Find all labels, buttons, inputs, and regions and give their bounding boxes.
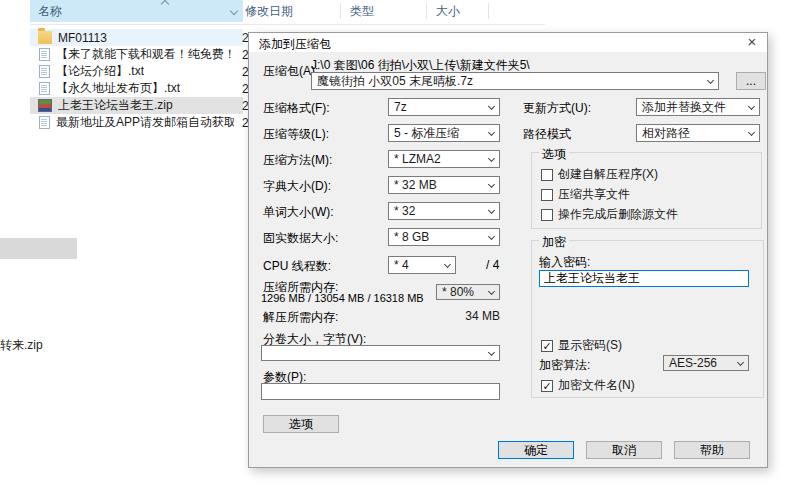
format-combo[interactable]: 7z bbox=[388, 98, 500, 116]
column-header-date-label: 修改日期 bbox=[245, 3, 293, 20]
file-name: 【来了就能下载和观看！纯免费！】.txt bbox=[56, 46, 234, 63]
checkbox-checked-icon[interactable]: ✓ bbox=[541, 340, 553, 352]
encryption-group-title: 加密 bbox=[539, 234, 569, 251]
solid-block-combo[interactable]: * 8 GB bbox=[388, 228, 500, 246]
checkbox-checked-icon[interactable]: ✓ bbox=[541, 380, 553, 392]
chevron-down-icon bbox=[488, 129, 495, 136]
archive-name-combo[interactable]: 魔镜街拍 小双05 末尾晴板.7z bbox=[311, 72, 719, 90]
shared-files-checkbox[interactable]: 压缩共享文件 bbox=[541, 186, 630, 203]
column-header-size[interactable]: 大小 bbox=[436, 0, 460, 22]
level-combo[interactable]: 5 - 标准压缩 bbox=[388, 124, 500, 142]
column-header-name[interactable]: 名称 bbox=[30, 0, 243, 22]
file-row-txt-3[interactable]: 【永久地址发布页】.txt 2 bbox=[30, 80, 243, 97]
options-button[interactable]: 选项 bbox=[263, 415, 339, 433]
word-size-label: 单词大小(W): bbox=[263, 204, 334, 221]
cpu-threads-combo[interactable]: * 4 bbox=[388, 256, 456, 274]
chevron-down-icon bbox=[488, 288, 495, 295]
method-value: * LZMA2 bbox=[394, 152, 441, 166]
file-name: 【永久地址发布页】.txt bbox=[56, 80, 180, 97]
chevron-down-icon bbox=[488, 103, 495, 110]
create-sfx-label: 创建自解压程序(X) bbox=[558, 166, 658, 183]
file-row-txt-2[interactable]: 【论坛介绍】.txt 2 bbox=[30, 63, 243, 80]
encryption-method-label: 加密算法: bbox=[539, 357, 590, 374]
header-divider bbox=[488, 3, 489, 19]
dictionary-value: * 32 MB bbox=[394, 178, 437, 192]
cancel-button[interactable]: 取消 bbox=[586, 441, 662, 459]
solid-block-label: 固实数据大小: bbox=[263, 230, 338, 247]
cpu-threads-value: * 4 bbox=[394, 258, 409, 272]
header-divider bbox=[340, 3, 341, 19]
clipped-filename-text: 转来.zip bbox=[0, 337, 43, 354]
file-row-txt-4[interactable]: 最新地址及APP请发邮箱自动获取！！！... 2 bbox=[30, 114, 243, 131]
text-file-icon bbox=[39, 116, 50, 129]
browse-button[interactable]: ... bbox=[736, 72, 766, 90]
update-mode-value: 添加并替换文件 bbox=[642, 99, 726, 116]
update-mode-combo[interactable]: 添加并替换文件 bbox=[636, 98, 760, 116]
chevron-down-icon bbox=[488, 155, 495, 162]
dialog-titlebar[interactable]: 添加到压缩包 × bbox=[249, 33, 767, 52]
level-label: 压缩等级(L): bbox=[263, 126, 329, 143]
header-underline bbox=[30, 24, 545, 25]
chevron-down-icon bbox=[488, 349, 495, 356]
chevron-down-icon bbox=[488, 207, 495, 214]
checkbox-icon[interactable] bbox=[541, 209, 553, 221]
dictionary-label: 字典大小(D): bbox=[263, 178, 331, 195]
checkbox-icon[interactable] bbox=[541, 189, 553, 201]
column-header-name-label: 名称 bbox=[38, 3, 62, 20]
dialog-title: 添加到压缩包 bbox=[259, 36, 331, 53]
encryption-method-value: AES-256 bbox=[669, 356, 717, 370]
column-header-date[interactable]: 修改日期 bbox=[245, 0, 293, 22]
memory-decompress-value: 34 MB bbox=[439, 309, 500, 323]
file-row-mf01113[interactable]: MF01113 2 bbox=[30, 29, 243, 46]
word-size-value: * 32 bbox=[394, 204, 415, 218]
filter-chevron-icon[interactable] bbox=[230, 7, 238, 15]
memory-compress-detail: 1296 MB / 13054 MB / 16318 MB bbox=[261, 292, 424, 304]
file-row-txt-1[interactable]: 【来了就能下载和观看！纯免费！】.txt 2 bbox=[30, 46, 243, 63]
file-name: 上老王论坛当老王.zip bbox=[58, 97, 173, 114]
zip-archive-icon bbox=[38, 99, 52, 112]
sort-ascending-icon bbox=[161, 0, 169, 8]
dictionary-combo[interactable]: * 32 MB bbox=[388, 176, 500, 194]
path-mode-combo[interactable]: 相对路径 bbox=[636, 124, 760, 142]
memory-percent-combo[interactable]: * 80% bbox=[436, 284, 500, 300]
show-password-checkbox[interactable]: ✓ 显示密码(S) bbox=[541, 337, 622, 354]
encrypt-names-checkbox[interactable]: ✓ 加密文件名(N) bbox=[541, 377, 635, 394]
chevron-down-icon bbox=[748, 103, 755, 110]
header-divider bbox=[426, 3, 427, 19]
level-value: 5 - 标准压缩 bbox=[394, 125, 459, 142]
delete-after-checkbox[interactable]: 操作完成后删除源文件 bbox=[541, 206, 678, 223]
help-button[interactable]: 帮助 bbox=[674, 441, 750, 459]
chevron-down-icon bbox=[748, 129, 755, 136]
parameters-input[interactable] bbox=[261, 383, 500, 400]
method-combo[interactable]: * LZMA2 bbox=[388, 150, 500, 168]
options-group-title: 选项 bbox=[539, 146, 569, 163]
cpu-threads-label: CPU 线程数: bbox=[263, 258, 331, 275]
column-header-type[interactable]: 类型 bbox=[350, 0, 374, 22]
volume-size-combo[interactable] bbox=[261, 345, 500, 361]
add-to-archive-dialog: 添加到压缩包 × 压缩包(A): J:\0 套图\06 街拍\小双\上传\新建文… bbox=[248, 32, 768, 468]
column-header-size-label: 大小 bbox=[436, 3, 460, 20]
create-sfx-checkbox[interactable]: 创建自解压程序(X) bbox=[541, 166, 658, 183]
method-label: 压缩方法(M): bbox=[263, 152, 332, 169]
encryption-method-combo[interactable]: AES-256 bbox=[663, 355, 749, 371]
memory-percent-value: * 80% bbox=[442, 285, 474, 299]
word-size-combo[interactable]: * 32 bbox=[388, 202, 500, 220]
file-name: 最新地址及APP请发邮箱自动获取！！！... bbox=[56, 114, 234, 131]
file-name: 【论坛介绍】.txt bbox=[56, 63, 144, 80]
memory-decompress-label: 解压所需内存: bbox=[263, 309, 338, 326]
checkbox-icon[interactable] bbox=[541, 169, 553, 181]
path-mode-label: 路径模式 bbox=[523, 126, 571, 143]
close-icon[interactable]: × bbox=[739, 33, 765, 52]
path-mode-value: 相对路径 bbox=[642, 125, 690, 142]
file-name: MF01113 bbox=[58, 31, 107, 45]
password-input[interactable] bbox=[539, 270, 749, 287]
ok-button[interactable]: 确定 bbox=[498, 441, 574, 459]
password-label: 输入密码: bbox=[539, 254, 590, 271]
file-row-zip[interactable]: 上老王论坛当老王.zip 2 bbox=[30, 97, 243, 114]
desktop: 名称 修改日期 类型 大小 MF01113 2 【来了就能下载和观看！纯免费！】… bbox=[0, 0, 800, 485]
chevron-down-icon bbox=[707, 77, 714, 84]
text-file-icon bbox=[39, 48, 50, 61]
column-header-type-label: 类型 bbox=[350, 3, 374, 20]
cpu-threads-max: / 4 bbox=[486, 258, 499, 272]
solid-block-value: * 8 GB bbox=[394, 230, 429, 244]
